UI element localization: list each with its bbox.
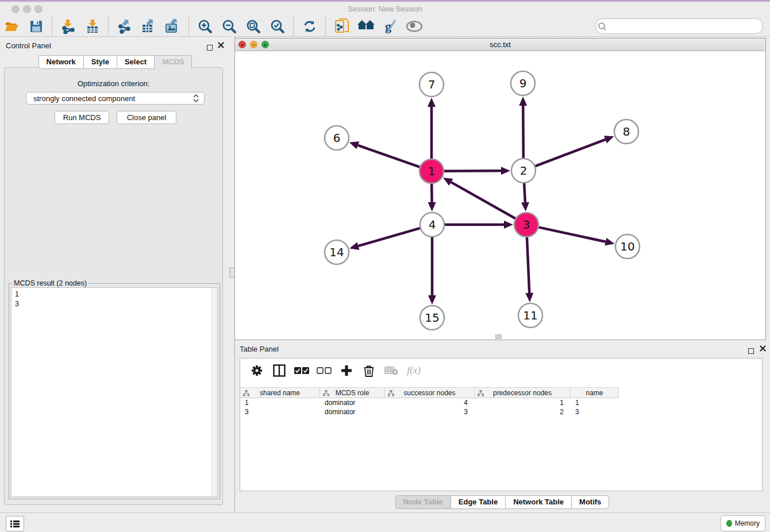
export-table-button[interactable] (139, 17, 159, 36)
edge-1-to-6[interactable] (358, 145, 419, 167)
tab-select[interactable]: Select (117, 55, 154, 69)
table-cell[interactable]: 1 (571, 398, 619, 407)
import-network-button[interactable] (59, 17, 78, 36)
graph-node-3[interactable]: 3 (514, 213, 538, 237)
refresh-view-button[interactable] (300, 17, 319, 36)
edge-2-to-9[interactable] (523, 106, 523, 158)
graph-node-7[interactable]: 7 (419, 72, 444, 97)
export-image-button[interactable] (163, 17, 183, 36)
edge-3-to-1[interactable] (451, 182, 515, 218)
table-cell[interactable]: 3 (571, 407, 619, 417)
arrowhead-1-to-7 (428, 98, 436, 107)
tab-edge-table[interactable]: Edge Table (451, 495, 505, 509)
export-network-button[interactable] (115, 17, 134, 36)
canvas-resize-notch[interactable] (495, 334, 502, 339)
column-header-name[interactable]: name (571, 387, 619, 398)
tab-mcds[interactable]: MCDS (154, 55, 192, 69)
close-table-panel-icon[interactable] (760, 345, 766, 352)
tab-node-table[interactable]: Node Table (395, 495, 451, 509)
close-panel-icon[interactable] (218, 42, 224, 48)
gear-icon (251, 365, 263, 376)
table-cell[interactable]: 3 (385, 407, 475, 417)
network-file-icon (334, 18, 349, 34)
zoom-selected-button[interactable] (268, 17, 287, 36)
graph-node-11[interactable]: 11 (518, 303, 542, 327)
edge-3-to-11[interactable] (527, 237, 529, 293)
network-window-titlebar[interactable]: × − + scc.txt (235, 38, 765, 51)
run-mcds-button[interactable]: Run MCDS (55, 111, 109, 124)
tab-style[interactable]: Style (83, 55, 117, 69)
zoom-out-button[interactable] (220, 17, 239, 36)
table-cell[interactable]: 1 (475, 398, 571, 407)
mcds-result-textarea[interactable]: 1 3 (11, 287, 218, 497)
graph-node-15[interactable]: 15 (420, 306, 444, 330)
table-cell[interactable]: 3 (240, 407, 320, 417)
table-cell[interactable]: 4 (385, 398, 475, 407)
column-header-predecessor-nodes[interactable]: predecessor nodes (475, 387, 571, 398)
graph-node-4[interactable]: 4 (420, 213, 444, 237)
apply-function-button[interactable]: f(x) (406, 363, 421, 378)
deselect-all-rows-button[interactable] (317, 363, 332, 378)
close-panel-button[interactable]: Close panel (117, 111, 176, 124)
delete-table-button[interactable] (384, 363, 399, 378)
birds-eye-toggle-button[interactable] (405, 17, 424, 36)
table-row[interactable]: 1dominator411 (240, 398, 762, 407)
import-table-button[interactable] (83, 17, 102, 36)
tab-network-table[interactable]: Network Table (505, 495, 571, 509)
criterion-dropdown[interactable]: strongly connected component (26, 92, 205, 105)
edge-3-to-10[interactable] (539, 228, 606, 242)
task-history-button[interactable] (6, 516, 24, 531)
toggle-graphics-details-button[interactable]: g (380, 17, 400, 36)
result-scrollbar[interactable] (211, 288, 217, 496)
table-row[interactable]: 3dominator323 (240, 407, 762, 417)
toolbar-separator (325, 17, 326, 36)
table-cell[interactable]: dominator (320, 407, 385, 417)
graph-node-10[interactable]: 10 (615, 234, 640, 259)
graph-node-2[interactable]: 2 (511, 159, 536, 183)
graph-node-1[interactable]: 1 (419, 159, 444, 183)
table-cell[interactable]: 1 (240, 398, 320, 407)
svg-text:7: 7 (428, 78, 436, 91)
column-layout-button[interactable] (272, 363, 287, 378)
edge-2-to-3[interactable] (524, 183, 525, 202)
memory-label: Memory (735, 519, 760, 527)
edge-4-to-14[interactable] (358, 228, 419, 246)
network-canvas[interactable]: 1234678910111415 (235, 51, 765, 340)
edge-1-to-2[interactable] (444, 171, 501, 171)
zoom-in-button[interactable] (195, 17, 215, 36)
column-type-icon (323, 390, 329, 396)
arrowhead-2-to-8 (604, 136, 614, 143)
tab-motifs[interactable]: Motifs (571, 495, 609, 509)
graph-node-6[interactable]: 6 (325, 126, 349, 150)
open-session-button[interactable] (2, 17, 22, 36)
float-table-panel-icon[interactable] (748, 346, 754, 356)
graph-node-14[interactable]: 14 (325, 240, 349, 264)
select-all-rows-button[interactable] (294, 363, 309, 378)
table-cell[interactable]: dominator (320, 398, 385, 407)
home-button[interactable] (356, 17, 376, 36)
main-toolbar: g (0, 16, 770, 37)
column-header-shared-name[interactable]: shared name (240, 387, 320, 398)
delete-column-button[interactable] (361, 363, 376, 378)
edge-2-to-8[interactable] (536, 140, 606, 166)
search-input[interactable] (609, 20, 763, 33)
save-session-button[interactable] (26, 17, 46, 36)
table-settings-button[interactable] (249, 363, 264, 378)
column-header-successor-nodes[interactable]: successor nodes (385, 387, 475, 398)
zoom-fit-button[interactable] (244, 17, 263, 36)
table-cell[interactable]: 2 (475, 407, 571, 417)
svg-text:2: 2 (520, 164, 528, 178)
float-panel-icon[interactable] (207, 43, 213, 53)
column-header-mcds-role[interactable]: MCDS role (320, 387, 385, 398)
memory-button[interactable]: Memory (721, 515, 765, 531)
export-network-icon (117, 19, 132, 34)
search-field[interactable] (595, 18, 763, 34)
tab-network[interactable]: Network (38, 55, 83, 69)
network-file-button[interactable] (332, 17, 352, 36)
mcds-result-legend: MCDS result (2 nodes) (12, 279, 88, 287)
graph-node-9[interactable]: 9 (511, 71, 535, 95)
add-column-button[interactable] (339, 363, 354, 378)
graph-node-8[interactable]: 8 (614, 119, 638, 144)
svg-text:11: 11 (523, 309, 537, 322)
import-table-icon (86, 19, 99, 34)
